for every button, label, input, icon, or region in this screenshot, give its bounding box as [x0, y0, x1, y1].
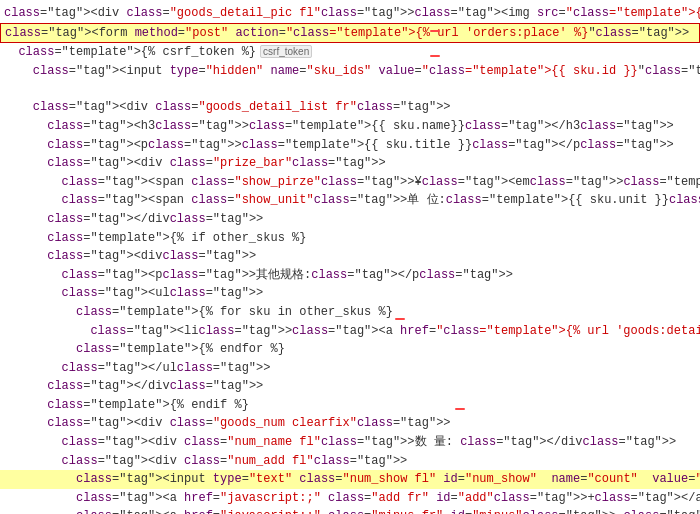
code-line: class="tag"></divclass="tag">> [0, 377, 700, 396]
code-text-content: class="tag"><h3class="tag">>class="templ… [4, 117, 696, 136]
code-text-content: class="tag"><div class="goods_num clearf… [4, 414, 696, 433]
code-text-content: class="tag"><pclass="tag">>其他规格:class="t… [4, 266, 696, 285]
code-line: class="tag"><ulclass="tag">> [0, 284, 700, 303]
code-text-content: class="tag"></divclass="tag">> [4, 377, 696, 396]
code-text-content: class="tag"><input type="hidden" name="s… [4, 62, 700, 81]
code-text-content: class="tag"><a href="javascript:;" class… [4, 507, 700, 514]
code-content: class="tag"><div class="goods_detail_pic… [0, 0, 700, 514]
annotation-hidden [430, 55, 440, 57]
code-line: class="tag"><liclass="tag">>class="tag">… [0, 322, 700, 341]
code-line: class="template">{% for sku in other_sku… [0, 303, 700, 322]
code-text-content: class="tag"><ulclass="tag">> [4, 284, 696, 303]
annotation-count [395, 318, 405, 320]
code-text-content: class="template">{% endif %} [4, 396, 696, 415]
code-text-content: class="template">{% if other_skus %} [4, 229, 696, 248]
code-line: class="tag"><h3class="tag">>class="templ… [0, 117, 700, 136]
code-line: class="tag"><span class="show_unit"class… [0, 191, 700, 210]
code-text-content: class="tag"><input type="text" class="nu… [4, 470, 700, 489]
csrf-label: csrf_token [260, 45, 312, 58]
code-text-content: class="tag"><div class="prize_bar"class=… [4, 154, 696, 173]
code-line: class="tag"><a href="javascript:;" class… [0, 507, 700, 514]
code-text-content: class="tag"><a href="javascript:;" class… [4, 489, 700, 508]
code-line: class="tag"><span class="show_pirze"clas… [0, 173, 700, 192]
code-line: class="template">{% if other_skus %} [0, 229, 700, 248]
code-line: class="tag"></ulclass="tag">> [0, 359, 700, 378]
code-editor: class="tag"><div class="goods_detail_pic… [0, 0, 700, 514]
code-line: class="template">{% endfor %} [0, 340, 700, 359]
code-line: class="tag"><input type="text" class="nu… [0, 470, 700, 489]
code-line: class="tag"><form method="post" action="… [0, 23, 700, 44]
code-line: class="template">{% csrf_token %}csrf_to… [0, 43, 700, 62]
code-text-content: class="tag"><div class="goods_detail_lis… [4, 98, 696, 117]
code-text-content: class="tag"><div class="num_add fl"class… [4, 452, 696, 471]
code-line: class="tag"><div class="goods_detail_lis… [0, 98, 700, 117]
code-text-content: class="template">{% for sku in other_sku… [4, 303, 696, 322]
code-text-content: class="tag"></divclass="tag">> [4, 210, 696, 229]
code-text-content: class="template">{% endfor %} [4, 340, 696, 359]
code-line: class="tag"><a href="javascript:;" class… [0, 489, 700, 508]
code-line: class="tag"><divclass="tag">> [0, 247, 700, 266]
code-line: class="tag"><input type="hidden" name="s… [0, 62, 700, 81]
code-line: class="tag"><div class="num_add fl"class… [0, 452, 700, 471]
annotation-form [455, 408, 465, 410]
code-text-content: class="tag"><form method="post" action="… [5, 26, 689, 40]
code-line [0, 80, 700, 98]
code-line: class="tag"><pclass="tag">>class="templa… [0, 136, 700, 155]
code-line: class="tag"><pclass="tag">>其他规格:class="t… [0, 266, 700, 285]
code-line: class="tag"></divclass="tag">> [0, 210, 700, 229]
code-text-content: class="template">{% csrf_token %}csrf_to… [4, 43, 696, 62]
code-text-content: class="tag"><div class="num_name fl"clas… [4, 433, 696, 452]
annotation-url [430, 30, 440, 32]
code-line: class="tag"><div class="num_name fl"clas… [0, 433, 700, 452]
code-text-content: class="tag"></ulclass="tag">> [4, 359, 696, 378]
code-text-content: class="tag"><pclass="tag">>class="templa… [4, 136, 696, 155]
code-text-content: class="tag"><divclass="tag">> [4, 247, 696, 266]
code-line: class="template">{% endif %} [0, 396, 700, 415]
code-text-content: class="tag"><div class="goods_detail_pic… [4, 4, 700, 23]
code-text-content: class="tag"><span class="show_unit"class… [4, 191, 700, 210]
code-line: class="tag"><div class="prize_bar"class=… [0, 154, 700, 173]
code-text-content: class="tag"><liclass="tag">>class="tag">… [4, 322, 700, 341]
code-line: class="tag"><div class="goods_num clearf… [0, 414, 700, 433]
code-text-content: class="tag"><span class="show_pirze"clas… [4, 173, 700, 192]
code-line: class="tag"><div class="goods_detail_pic… [0, 4, 700, 23]
